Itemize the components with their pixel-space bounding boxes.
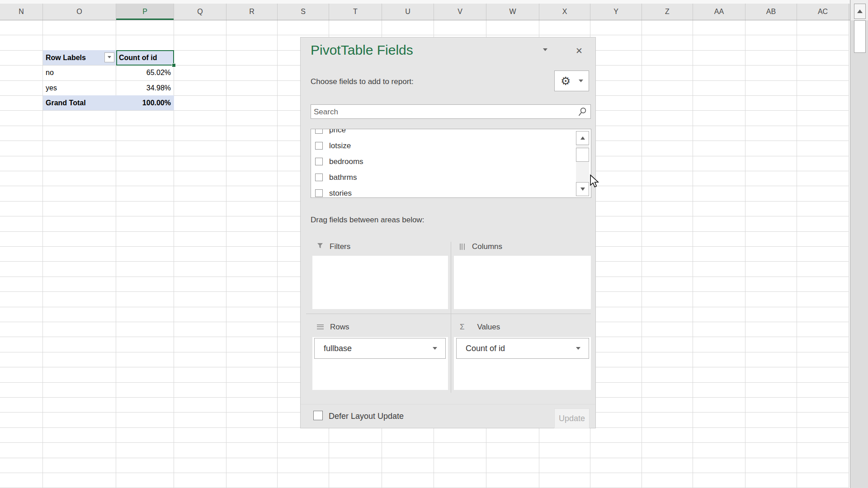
column-header-Y[interactable]: Y <box>590 4 642 20</box>
drag-fields-label: Drag fields between areas below: <box>311 216 424 225</box>
triangle-up-icon <box>580 136 585 140</box>
triangle-up-icon <box>857 9 863 13</box>
column-header-U[interactable]: U <box>382 4 434 20</box>
sigma-icon: Σ <box>460 323 465 332</box>
column-header-Q[interactable]: Q <box>174 4 226 20</box>
close-icon[interactable]: ✕ <box>576 47 583 55</box>
search-box[interactable] <box>311 104 591 119</box>
scrollbar-thumb[interactable] <box>854 20 866 53</box>
pivottable-fields-pane: PivotTable Fields ✕ Choose fields to add… <box>300 37 596 428</box>
field-item-bedrooms[interactable]: bedrooms <box>311 154 591 169</box>
field-checkbox[interactable] <box>315 189 323 197</box>
filters-dropzone[interactable] <box>312 256 448 309</box>
scrollbar-thumb[interactable] <box>576 148 589 162</box>
column-header-AB[interactable]: AB <box>745 4 797 20</box>
values-area-header: Σ Values <box>460 322 500 332</box>
column-header-O[interactable]: O <box>43 4 116 20</box>
rows-pill-fullbase[interactable]: fullbase <box>314 338 446 359</box>
field-label: bedrooms <box>329 157 363 166</box>
chevron-down-icon[interactable] <box>433 347 437 350</box>
pill-label: Count of id <box>466 344 505 353</box>
chevron-down-icon <box>108 56 111 58</box>
excel-window: NOPQRSTUVWXYZAAABAC Row Labels Count of … <box>0 0 868 488</box>
row-labels-filter-button[interactable] <box>104 52 114 62</box>
chevron-down-icon[interactable] <box>576 347 580 350</box>
defer-layout-checkbox[interactable] <box>313 411 323 420</box>
tools-button[interactable]: ⚙ <box>554 70 589 91</box>
field-list-scrollbar[interactable] <box>576 131 589 196</box>
field-item-lotsize[interactable]: lotsize <box>311 138 591 154</box>
gear-icon: ⚙ <box>561 75 571 87</box>
triangle-down-icon <box>580 188 585 191</box>
pivot-value-header-cell[interactable]: Count of id <box>116 50 174 65</box>
gridline <box>642 20 642 488</box>
field-item-bathrms[interactable]: bathrms <box>311 169 591 185</box>
field-item-stories[interactable]: stories <box>311 185 591 198</box>
field-checkbox[interactable] <box>315 142 323 150</box>
sheet-vertical-scrollbar[interactable] <box>850 0 868 488</box>
defer-layout-label: Defer Layout Update <box>329 412 404 421</box>
columns-area-header: Columns <box>460 242 502 252</box>
pivot-grand-total-label[interactable]: Grand Total <box>43 95 116 110</box>
gridline <box>745 20 745 488</box>
column-header-T[interactable]: T <box>329 4 382 20</box>
pivot-row-label[interactable]: yes <box>43 80 116 95</box>
chevron-down-icon <box>543 48 547 59</box>
rows-label: Rows <box>330 323 349 332</box>
column-header-W[interactable]: W <box>486 4 539 20</box>
filters-label: Filters <box>330 242 350 251</box>
gridline <box>797 20 797 488</box>
fill-handle[interactable] <box>172 63 176 67</box>
columns-icon <box>460 244 466 250</box>
column-header-N[interactable]: N <box>0 4 43 20</box>
gridline <box>849 20 849 488</box>
pivot-row-value[interactable]: 65.02% <box>116 65 174 80</box>
field-item-price[interactable]: price <box>311 129 591 138</box>
values-label: Values <box>477 323 500 332</box>
filters-area-header: Filters <box>317 242 350 252</box>
area-horizontal-divider <box>306 314 591 314</box>
values-pill-count-of-id[interactable]: Count of id <box>456 338 589 359</box>
scroll-up-button[interactable] <box>854 4 866 19</box>
column-header-P[interactable]: P <box>116 4 174 20</box>
pivot-row-value[interactable]: 34.98% <box>116 80 174 95</box>
mouse-cursor <box>589 174 600 188</box>
choose-fields-label: Choose fields to add to report: <box>311 77 414 86</box>
update-button[interactable]: Update <box>554 408 590 428</box>
pivot-row-label[interactable]: no <box>43 65 116 80</box>
columns-label: Columns <box>472 242 502 251</box>
column-header-AA[interactable]: AA <box>693 4 745 20</box>
search-input[interactable] <box>313 105 568 119</box>
field-checkbox[interactable] <box>315 174 323 181</box>
footer-divider <box>301 404 595 404</box>
search-icon[interactable] <box>578 107 587 117</box>
field-checkbox[interactable] <box>315 129 323 134</box>
field-checkbox[interactable] <box>315 158 323 165</box>
columns-dropzone[interactable] <box>454 256 591 309</box>
field-label: lotsize <box>329 141 351 150</box>
rows-icon <box>317 324 324 330</box>
gridline <box>693 20 693 488</box>
field-list[interactable]: pricelotsizebedroomsbathrmsstories <box>311 129 591 198</box>
funnel-icon <box>317 242 323 251</box>
gridline <box>277 20 278 488</box>
column-header-Z[interactable]: Z <box>642 4 693 20</box>
gridline <box>226 20 226 488</box>
pane-title: PivotTable Fields <box>311 42 413 58</box>
rows-area-header: Rows <box>317 322 349 332</box>
column-header-V[interactable]: V <box>434 4 486 20</box>
scroll-down-button[interactable] <box>576 182 589 196</box>
area-vertical-divider <box>451 242 451 393</box>
column-header-X[interactable]: X <box>539 4 590 20</box>
chevron-down-icon <box>579 80 583 82</box>
pane-options-button[interactable] <box>543 51 547 59</box>
field-label: price <box>329 129 346 135</box>
column-header-AC[interactable]: AC <box>797 4 849 20</box>
field-label: stories <box>329 189 352 198</box>
column-header-S[interactable]: S <box>278 4 329 20</box>
scroll-up-button[interactable] <box>576 131 589 145</box>
pivot-grand-total-value[interactable]: 100.00% <box>116 95 174 110</box>
column-header-row: NOPQRSTUVWXYZAAABAC <box>0 4 850 20</box>
field-label: bathrms <box>329 173 357 182</box>
column-header-R[interactable]: R <box>226 4 278 20</box>
